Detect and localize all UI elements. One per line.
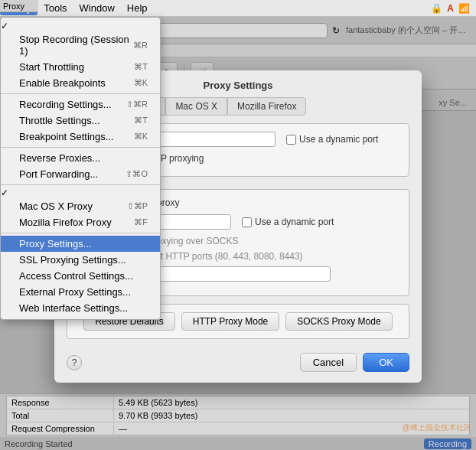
menu-stop-recording[interactable]: ✓ Stop Recording (Session 1) ⌘R (1, 21, 160, 59)
http-dynamic-port-label: Use a dynamic port (286, 134, 378, 145)
menu-external-proxy[interactable]: External Proxy Settings... (1, 284, 160, 300)
lock-icon: 🔒 (431, 3, 442, 14)
menubar-help[interactable]: Help (121, 1, 154, 15)
dialog-tab-firefox[interactable]: Mozilla Firefox (227, 97, 306, 116)
wifi-icon: 📶 (458, 3, 470, 14)
menubar-window[interactable]: Window (73, 1, 121, 15)
separator-3 (1, 184, 160, 185)
socks-dynamic-port-label: Use a dynamic port (242, 217, 334, 227)
menu-recording-settings[interactable]: Recording Settings... ⇧⌘R (1, 96, 160, 112)
http-proxy-mode-button[interactable]: HTTP Proxy Mode (181, 312, 279, 331)
socks-dynamic-port-checkbox[interactable] (242, 217, 252, 227)
menu-breakpoint-settings[interactable]: Breakpoint Settings... ⌘K (1, 129, 160, 145)
menu-reverse-proxies[interactable]: Reverse Proxies... (1, 150, 160, 166)
ok-button[interactable]: OK (363, 353, 409, 372)
cancel-button[interactable]: Cancel (300, 353, 357, 372)
menu-port-forwarding[interactable]: Port Forwarding... ⇧⌘O (1, 166, 160, 182)
separator-2 (1, 147, 160, 148)
dialog-tab-macosx[interactable]: Mac OS X (165, 97, 227, 116)
menu-firefox-proxy[interactable]: Mozilla Firefox Proxy ⌘F (1, 214, 160, 230)
menu-proxy-settings[interactable]: Proxy Settings... (1, 236, 160, 252)
separator-4 (1, 233, 160, 233)
http-dynamic-port-checkbox[interactable] (286, 135, 296, 145)
proxy-dropdown-menu: ✓ Stop Recording (Session 1) ⌘R Start Th… (0, 17, 161, 320)
menu-start-throttling[interactable]: Start Throttling ⌘T (1, 59, 160, 75)
menu-throttle-settings[interactable]: Throttle Settings... ⌘T (1, 112, 160, 129)
system-icons: 🔒 A 📶 (431, 3, 470, 14)
footer-action-buttons: Cancel OK (300, 353, 409, 372)
menu-macosx-proxy[interactable]: ✓ Mac OS X Proxy ⇧⌘P (1, 188, 160, 214)
proxy-menu-label: Proxy (0, 0, 38, 12)
menu-ssl-proxy-settings[interactable]: SSL Proxying Settings... (1, 252, 160, 268)
menubar-tools[interactable]: Tools (37, 1, 73, 15)
socks-proxy-mode-button[interactable]: SOCKS Proxy Mode (285, 312, 392, 331)
separator-1 (1, 93, 160, 94)
menubar: Proxy Tools Window Help 🔒 A 📶 ✓ Stop Rec… (0, 0, 476, 17)
dialog-footer: ? Cancel OK (54, 347, 422, 372)
help-button[interactable]: ? (67, 355, 82, 370)
menu-access-control[interactable]: Access Control Settings... (1, 268, 160, 284)
menu-enable-breakpoints[interactable]: Enable Breakpoints ⌘K (1, 75, 160, 91)
menu-web-interface[interactable]: Web Interface Settings... (1, 300, 160, 316)
adobe-icon: A (447, 3, 454, 14)
